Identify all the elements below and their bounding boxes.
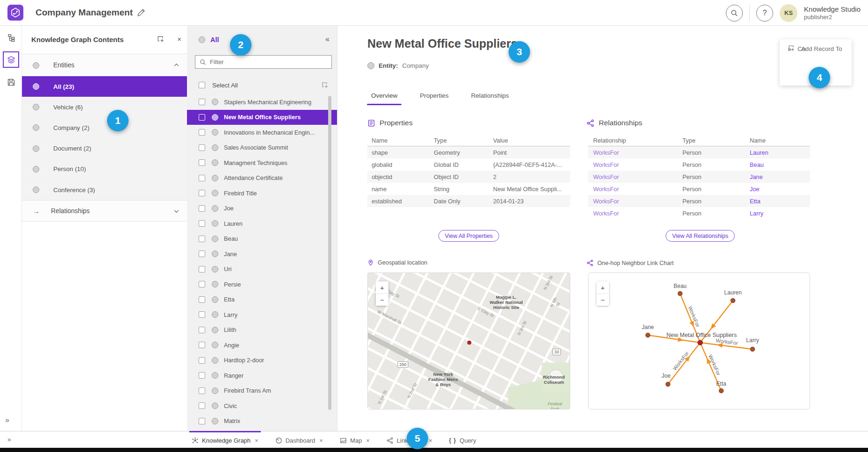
entity-checkbox[interactable] bbox=[199, 418, 205, 424]
entity-row[interactable]: Innovations in Mechanical Engin... bbox=[187, 125, 337, 140]
select-all-row[interactable]: Select All bbox=[187, 78, 337, 92]
entity-checkbox[interactable] bbox=[199, 129, 205, 136]
entity-checkbox[interactable] bbox=[199, 296, 205, 303]
entity-row[interactable]: Staplers Mechanical Engineering bbox=[187, 94, 337, 110]
entity-row[interactable]: Joe bbox=[187, 201, 337, 216]
related-entity-link[interactable]: Jane bbox=[750, 173, 810, 180]
close-tab-icon[interactable]: × bbox=[319, 437, 323, 444]
relationship-link[interactable]: WorksFor bbox=[593, 161, 682, 168]
zoom-out-button[interactable]: − bbox=[596, 294, 609, 306]
entity-checkbox[interactable] bbox=[199, 402, 205, 409]
data-model-button[interactable] bbox=[3, 30, 19, 45]
add-to-new-button[interactable] bbox=[321, 81, 329, 89]
entity-checkbox[interactable] bbox=[199, 159, 205, 166]
entity-checkbox[interactable] bbox=[199, 311, 205, 318]
entity-row[interactable]: Lauren bbox=[187, 216, 337, 231]
entity-type-row[interactable]: Document (2) bbox=[22, 138, 187, 159]
entity-checkbox[interactable] bbox=[199, 327, 205, 333]
record-tab[interactable]: Relationships bbox=[467, 89, 513, 105]
save-button[interactable] bbox=[3, 74, 19, 90]
entity-row[interactable]: Lilith bbox=[187, 323, 337, 338]
search-button[interactable] bbox=[726, 5, 743, 22]
entity-row[interactable]: Attendance Certificate bbox=[187, 171, 337, 186]
close-tab-icon[interactable]: × bbox=[255, 437, 258, 444]
entity-row[interactable]: Beau bbox=[187, 231, 337, 247]
entity-type-row[interactable]: Person (10) bbox=[22, 159, 187, 179]
entity-type-row[interactable]: All (23) bbox=[22, 76, 187, 97]
add-to-new-button[interactable] bbox=[157, 35, 165, 43]
collapse-panel-icon[interactable]: « bbox=[325, 35, 330, 43]
entity-row[interactable]: Firebird Trans Am bbox=[187, 383, 337, 399]
entity-checkbox[interactable] bbox=[199, 251, 205, 257]
view-all-properties-button[interactable]: View All Properties bbox=[438, 230, 499, 242]
entity-row[interactable]: Etta bbox=[187, 292, 337, 308]
entity-row[interactable]: Uri bbox=[187, 262, 337, 277]
view-tab[interactable]: Map × bbox=[337, 431, 372, 448]
zoom-in-button[interactable]: + bbox=[596, 281, 609, 294]
related-entity-link[interactable]: Lauren bbox=[750, 149, 810, 156]
relationships-section-header[interactable]: → Relationships bbox=[22, 200, 187, 222]
entities-section-header[interactable]: Entities bbox=[22, 54, 187, 76]
entity-checkbox[interactable] bbox=[199, 236, 205, 242]
entity-checkbox[interactable] bbox=[199, 281, 205, 287]
entity-row[interactable]: Civic bbox=[187, 398, 337, 414]
entity-row[interactable]: Managment Techniques bbox=[187, 155, 337, 171]
entity-row[interactable]: Jane bbox=[187, 246, 337, 262]
close-tab-icon[interactable]: × bbox=[366, 437, 370, 444]
related-entity-link[interactable]: Etta bbox=[750, 198, 810, 205]
entity-type-row[interactable]: Company (2) bbox=[22, 117, 187, 138]
help-button[interactable]: ? bbox=[756, 5, 773, 22]
related-entity-link[interactable]: Beau bbox=[750, 161, 810, 168]
entity-type-row[interactable]: Vehicle (6) bbox=[22, 97, 187, 117]
zoom-out-button[interactable]: − bbox=[376, 294, 388, 306]
entity-checkbox[interactable] bbox=[199, 266, 205, 273]
entity-row[interactable]: Persie bbox=[187, 277, 337, 292]
related-entity-link[interactable]: Larry bbox=[750, 210, 810, 217]
view-tab[interactable]: Knowledge Graph × bbox=[189, 431, 261, 448]
relationship-link[interactable]: WorksFor bbox=[593, 149, 682, 156]
relationship-link[interactable]: WorksFor bbox=[593, 210, 682, 217]
entity-checkbox[interactable] bbox=[199, 387, 205, 394]
entity-checkbox[interactable] bbox=[199, 220, 205, 227]
chevron-up-icon[interactable] bbox=[173, 62, 179, 68]
close-tab-icon[interactable]: × bbox=[429, 437, 432, 444]
entity-checkbox[interactable] bbox=[199, 190, 205, 196]
entity-checkbox[interactable] bbox=[199, 175, 205, 181]
rail-expand-icon[interactable]: » bbox=[5, 416, 9, 424]
entity-checkbox[interactable] bbox=[199, 99, 205, 105]
relationship-link[interactable]: WorksFor bbox=[593, 198, 682, 205]
edit-title-icon[interactable] bbox=[137, 9, 145, 19]
chevron-down-icon[interactable] bbox=[173, 208, 179, 214]
zoom-in-button[interactable]: + bbox=[376, 281, 388, 294]
entity-checkbox[interactable] bbox=[199, 144, 205, 151]
record-tab[interactable]: Properties bbox=[416, 89, 453, 105]
entity-checkbox[interactable] bbox=[199, 114, 205, 121]
view-all-relationships-button[interactable]: View All Relationships bbox=[666, 230, 735, 242]
scrollbar-thumb[interactable] bbox=[328, 96, 331, 410]
entity-checkbox[interactable] bbox=[199, 342, 205, 348]
related-entity-link[interactable]: Joe bbox=[750, 186, 810, 193]
entity-row[interactable]: Angie bbox=[187, 337, 337, 353]
avatar[interactable]: KS bbox=[780, 4, 797, 22]
filter-input[interactable] bbox=[210, 58, 327, 65]
record-tab[interactable]: Overview bbox=[367, 89, 402, 105]
entity-checkbox[interactable] bbox=[199, 372, 205, 379]
entity-checkbox[interactable] bbox=[199, 205, 205, 212]
entity-row[interactable]: Matrix bbox=[187, 414, 337, 429]
view-tab[interactable]: { } Query × bbox=[447, 431, 479, 448]
link-chart-card[interactable]: WorksForWorksForWorksForWorksForBeauLaur… bbox=[588, 273, 810, 409]
entity-checkbox[interactable] bbox=[199, 357, 205, 364]
user-block[interactable]: Knowledge Studio publisher2 bbox=[804, 5, 861, 21]
entity-row[interactable]: New Metal Office Suppliers bbox=[187, 110, 337, 125]
entity-row[interactable]: Larry bbox=[187, 307, 337, 323]
layers-button[interactable] bbox=[3, 52, 19, 67]
entity-row[interactable]: Ranger bbox=[187, 368, 337, 383]
menu-item[interactable]: » Co bbox=[780, 39, 852, 58]
entity-row[interactable]: Sales Associate Summit bbox=[187, 140, 337, 156]
entity-row[interactable]: Hardtop 2-door bbox=[187, 353, 337, 368]
relationship-link[interactable]: WorksFor bbox=[593, 186, 682, 193]
expand-icon[interactable]: » bbox=[7, 436, 11, 443]
close-panel-button[interactable]: × bbox=[177, 35, 181, 43]
view-tab[interactable]: Dashboard × bbox=[273, 431, 325, 448]
select-all-checkbox[interactable] bbox=[199, 82, 205, 88]
